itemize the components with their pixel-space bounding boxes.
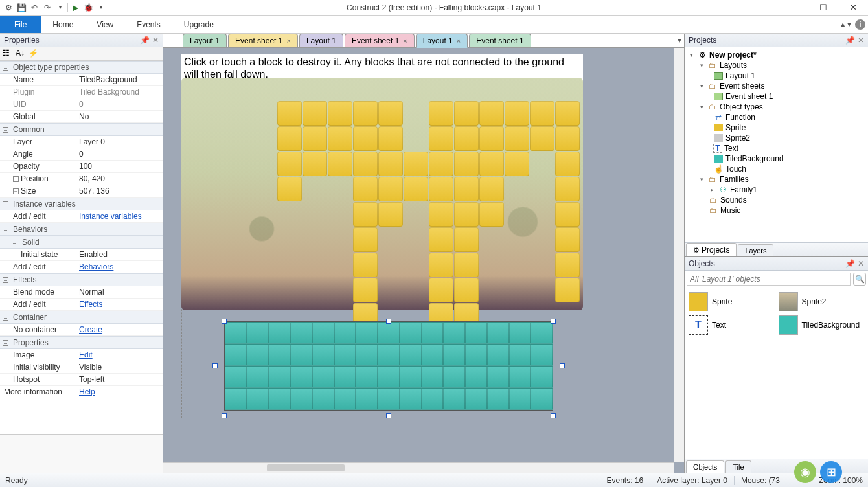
tree-sprite[interactable]: Sprite [725, 123, 746, 132]
sprite-block[interactable] [378, 177, 403, 201]
resize-handle-ne[interactable] [551, 319, 556, 324]
maximize-button[interactable]: ☐ [808, 0, 838, 16]
sprite-block[interactable] [353, 202, 378, 227]
sprite-block[interactable] [479, 101, 504, 126]
prop-name-value[interactable]: TiledBackground [76, 74, 163, 85]
sprite-block[interactable] [353, 253, 378, 277]
tree-text[interactable]: Text [724, 144, 738, 153]
section-solid[interactable]: –Solid [0, 236, 163, 249]
create-link[interactable]: Create [79, 325, 102, 334]
sprite-block[interactable] [303, 101, 327, 126]
search-icon[interactable]: 🔍 [853, 273, 866, 286]
menu-upgrade[interactable]: Upgrade [172, 16, 225, 33]
tree-sprite2[interactable]: Sprite2 [725, 133, 750, 142]
sprite-block[interactable] [555, 278, 580, 302]
scrollbar-thumb[interactable] [267, 464, 345, 471]
prop-initvis-value[interactable]: Visible [76, 361, 163, 373]
tab-layout1-b[interactable]: Layout 1 [299, 34, 343, 47]
sprite-block[interactable] [429, 278, 453, 302]
sprite-block[interactable] [454, 177, 479, 201]
resize-handle-s[interactable] [386, 413, 391, 418]
close-icon[interactable]: × [457, 37, 461, 45]
tree-eventsheets[interactable]: Event sheets [720, 82, 764, 91]
tab-eventsheet1-c[interactable]: Event sheet 1 [469, 34, 531, 47]
section-behaviors[interactable]: –Behaviors [0, 223, 163, 236]
sprite-block[interactable] [277, 126, 302, 151]
tab-layout1-active[interactable]: Layout 1× [416, 34, 468, 48]
section-effects[interactable]: –Effects [0, 273, 163, 286]
menu-file[interactable]: File [0, 16, 41, 33]
sprite-block[interactable] [479, 177, 504, 201]
tab-eventsheet1-b[interactable]: Event sheet 1× [345, 34, 415, 47]
sprite-block[interactable] [429, 253, 453, 277]
sprite-block[interactable] [530, 126, 554, 151]
sprite-block[interactable] [479, 202, 504, 227]
sprite-block[interactable] [353, 278, 378, 302]
layout-canvas[interactable]: Click or touch a block to destroy it. An… [163, 48, 684, 473]
tree-function[interactable]: Function [725, 113, 755, 122]
resize-handle-n[interactable] [386, 319, 391, 324]
tab-overflow-icon[interactable]: ▾ [678, 36, 681, 45]
prop-blend-value[interactable]: Normal [76, 286, 163, 298]
sprite-block[interactable] [454, 126, 479, 151]
instance-variables-link[interactable]: Instance variables [79, 212, 142, 221]
tree-sounds[interactable]: Sounds [720, 196, 747, 205]
prop-opacity-value[interactable]: 100 [76, 161, 163, 172]
save-icon[interactable]: 💾 [16, 2, 27, 14]
sprite-block[interactable] [378, 126, 403, 151]
sprite-block[interactable] [454, 202, 479, 227]
sprite-block[interactable] [555, 253, 580, 277]
close-button[interactable]: ✕ [838, 0, 868, 16]
sprite-block[interactable] [353, 126, 378, 151]
tree-touch[interactable]: Touch [725, 164, 746, 174]
sprite-block[interactable] [505, 152, 529, 176]
debug-icon[interactable]: 🐞 [82, 2, 94, 14]
sprite-block[interactable] [429, 202, 453, 227]
sprite-block[interactable] [454, 253, 479, 277]
undo-icon[interactable]: ↶ [29, 2, 40, 14]
prop-global-value[interactable]: No [76, 111, 163, 122]
close-icon[interactable]: × [286, 37, 290, 45]
tab-layout1-a[interactable]: Layout 1 [183, 34, 227, 47]
behaviors-link[interactable]: Behaviors [79, 262, 113, 271]
categorize-icon[interactable]: ☷ [3, 49, 14, 59]
sort-icon[interactable]: A↓ [16, 49, 27, 59]
run-icon[interactable]: ▶ [69, 2, 81, 14]
sprite-block[interactable] [505, 101, 529, 126]
sprite-block[interactable] [328, 126, 352, 151]
tab-projects[interactable]: ⚙ Projects [686, 243, 737, 256]
sprite-block[interactable] [404, 177, 428, 201]
prop-layer-value[interactable]: Layer 0 [76, 136, 163, 148]
objects-filter-input[interactable] [687, 273, 851, 286]
tab-tile[interactable]: Tile [725, 460, 751, 473]
sprite-block[interactable] [378, 202, 403, 227]
sprite-block[interactable] [429, 101, 453, 126]
sprite-block[interactable] [277, 152, 302, 176]
section-instvars[interactable]: –Instance variables [0, 198, 163, 210]
tree-tiledbg[interactable]: TiledBackground [725, 154, 784, 163]
qat-dropdown-icon[interactable]: ▾ [54, 2, 66, 14]
object-sprite[interactable]: Sprite [689, 292, 775, 311]
sprite-block[interactable] [277, 101, 302, 126]
sprite-block[interactable] [454, 152, 479, 176]
section-container[interactable]: –Container [0, 311, 163, 324]
tab-objects[interactable]: Objects [686, 460, 724, 473]
object-text[interactable]: TText [689, 315, 775, 335]
tree-eventsheet1[interactable]: Event sheet 1 [725, 92, 773, 101]
redo-icon[interactable]: ↷ [41, 2, 53, 14]
sprite-block[interactable] [353, 152, 378, 176]
prop-size-value[interactable]: 507, 136 [76, 185, 163, 197]
resize-handle-w[interactable] [212, 363, 218, 368]
sprite-block[interactable] [555, 126, 580, 151]
sprite-block[interactable] [454, 278, 479, 302]
sprite-block[interactable] [277, 177, 302, 201]
prop-angle-value[interactable]: 0 [76, 148, 163, 160]
object-sprite2[interactable]: Sprite2 [779, 292, 865, 311]
tree-root[interactable]: New project* [709, 51, 757, 60]
menu-events[interactable]: Events [125, 16, 172, 33]
sprite-block[interactable] [353, 227, 378, 252]
sprite-block[interactable] [429, 177, 453, 201]
sprite-block[interactable] [555, 101, 580, 126]
collapse-ribbon-icon[interactable]: ▲▼ [839, 21, 852, 28]
sprite-block[interactable] [479, 126, 504, 151]
